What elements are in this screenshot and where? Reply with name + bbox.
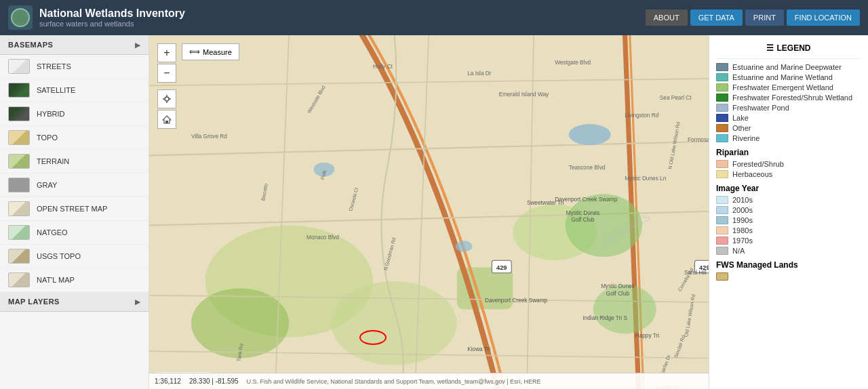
legend-label-2000s: 2000s	[732, 206, 753, 214]
legend-item-estuarine-wetland: Estuarine and Marine Wetland	[716, 73, 861, 81]
legend-item-1980s: 1980s	[716, 226, 861, 234]
legend-swatch-2010s	[716, 196, 728, 204]
legend-label-na: N/A	[732, 247, 745, 255]
maplayers-header[interactable]: MAP LAYERS ▶	[0, 292, 149, 312]
svg-text:Formosa Gardens Blvd: Formosa Gardens Blvd	[688, 137, 709, 143]
svg-text:Emerald Island Way: Emerald Island Way	[499, 91, 549, 98]
svg-text:La Isla Dr: La Isla Dr	[467, 70, 492, 77]
basemap-terrain[interactable]: TERRAIN	[0, 150, 149, 173]
map-status-bar: 1:36,112 28.330 | -81.595 U.S. Fish and …	[149, 373, 709, 389]
legend-item-riverine: Riverine	[716, 134, 861, 142]
basemap-label-topo: TOPO	[37, 134, 58, 142]
map-marker	[359, 330, 387, 345]
main-layout: BASEMAPS ▶ STREETS SATELLITE HYBRID TOPO…	[0, 35, 868, 389]
legend-item-fws	[716, 272, 861, 281]
svg-text:Davenport Creek Swamp: Davenport Creek Swamp	[555, 197, 618, 203]
legend-label-1990s: 1990s	[732, 216, 753, 224]
zoom-out-button[interactable]: −	[157, 64, 176, 83]
about-button[interactable]: ABOUT	[646, 9, 688, 26]
basemap-topo[interactable]: TOPO	[0, 126, 149, 150]
legend-item-riparian-forested: Forested/Shrub	[716, 160, 861, 168]
svg-text:Sea Pearl Ct: Sea Pearl Ct	[660, 95, 692, 101]
legend-label-freshwater-emergent: Freshwater Emergent Wetland	[732, 83, 833, 91]
map-scale: 1:36,112	[155, 377, 181, 385]
basemap-thumb-streets	[8, 59, 30, 74]
legend-swatch-na	[716, 247, 728, 255]
legend-riparian-title: Riparian	[716, 148, 861, 157]
basemaps-header[interactable]: BASEMAPS ▶	[0, 35, 149, 55]
find-location-button[interactable]: FIND LOCATION	[787, 9, 860, 26]
svg-text:429: 429	[496, 264, 507, 271]
map-controls: + −	[157, 43, 176, 129]
location-button[interactable]	[157, 89, 176, 108]
basemap-osm[interactable]: OPEN STREET MAP	[0, 197, 149, 221]
get-data-button[interactable]: GET DATA	[690, 9, 743, 26]
svg-text:Teascone Blvd: Teascone Blvd	[569, 165, 606, 171]
basemap-hybrid[interactable]: HYBRID	[0, 102, 149, 126]
basemap-thumb-satellite	[8, 83, 30, 98]
legend-swatch-riparian-herbaceous	[716, 170, 728, 178]
zoom-in-button[interactable]: +	[157, 43, 176, 62]
legend-header: ☰ LEGEND	[716, 41, 861, 59]
home-icon	[162, 115, 172, 124]
legend-label-riparian-herbaceous: Herbaceous	[732, 170, 772, 178]
legend-label-1970s: 1970s	[732, 237, 753, 245]
legend-swatch-1980s	[716, 226, 728, 234]
svg-text:Golf Club: Golf Club	[571, 217, 595, 223]
legend-swatch-estuarine-deepwater	[716, 63, 728, 71]
legend-item-estuarine-deepwater: Estuarine and Marine Deepwater	[716, 63, 861, 71]
basemap-natgeo[interactable]: NATGEO	[0, 221, 149, 245]
basemap-streets[interactable]: STREETS	[0, 55, 149, 79]
legend-swatch-estuarine-wetland	[716, 73, 728, 81]
legend-label-2010s: 2010s	[732, 196, 753, 204]
legend-list-icon: ☰	[766, 43, 774, 53]
svg-text:Kiowa Tri: Kiowa Tri	[467, 346, 490, 352]
basemap-usgstopo[interactable]: USGS TOPO	[0, 245, 149, 268]
legend-panel: ☰ LEGEND Estuarine and Marine Deepwater …	[709, 35, 868, 389]
legend-label-riparian-forested: Forested/Shrub	[732, 160, 784, 168]
basemap-thumb-osm	[8, 201, 30, 216]
legend-label-freshwater-forested: Freshwater Forested/Shrub Wetland	[732, 94, 852, 102]
basemap-satellite[interactable]: SATELLITE	[0, 79, 149, 102]
legend-label-lake: Lake	[732, 114, 749, 122]
map-coords: 28.330 | -81.595	[189, 377, 239, 385]
map-canvas: 429 429 Westgate Blvd Sea Pearl Ct Livin…	[149, 35, 709, 389]
app-logo	[8, 5, 33, 30]
legend-label-1980s: 1980s	[732, 226, 753, 234]
home-button[interactable]	[157, 110, 176, 129]
legend-label-freshwater-pond: Freshwater Pond	[732, 104, 789, 112]
basemap-thumb-natgeo	[8, 225, 30, 240]
legend-label-riverine: Riverine	[732, 134, 760, 142]
legend-title: LEGEND	[776, 43, 810, 53]
print-button[interactable]: PRINT	[745, 9, 784, 26]
basemap-thumb-terrain	[8, 154, 30, 169]
legend-swatch-2000s	[716, 206, 728, 214]
basemap-gray[interactable]: GRAY	[0, 173, 149, 197]
legend-swatch-riverine	[716, 134, 728, 142]
app-title: National Wetlands Inventory	[39, 7, 646, 20]
basemap-natmap[interactable]: NAT'L MAP	[0, 268, 149, 292]
svg-text:Holly Ct: Holly Ct	[373, 64, 393, 70]
legend-swatch-freshwater-pond	[716, 104, 728, 112]
legend-imageyear-title: Image Year	[716, 184, 861, 193]
legend-fws-title: FWS Managed Lands	[716, 260, 861, 270]
legend-item-2000s: 2000s	[716, 206, 861, 214]
legend-item-1970s: 1970s	[716, 237, 861, 245]
svg-text:Davenport Creek Swamp: Davenport Creek Swamp	[485, 298, 548, 304]
legend-swatch-other	[716, 124, 728, 132]
basemap-label-satellite: SATELLITE	[37, 86, 75, 94]
legend-swatch-fws	[716, 272, 728, 281]
sidebar: BASEMAPS ▶ STREETS SATELLITE HYBRID TOPO…	[0, 35, 149, 389]
legend-item-1990s: 1990s	[716, 216, 861, 224]
legend-item-na: N/A	[716, 247, 861, 255]
map-area[interactable]: 429 429 Westgate Blvd Sea Pearl Ct Livin…	[149, 35, 709, 389]
svg-text:Mystic Dunes Ln: Mystic Dunes Ln	[625, 176, 666, 182]
legend-label-other: Other	[732, 124, 751, 132]
svg-rect-57	[165, 121, 168, 123]
measure-button[interactable]: ⟺ Measure	[182, 43, 239, 60]
svg-point-6	[569, 124, 611, 145]
legend-swatch-lake	[716, 114, 728, 122]
app-header: National Wetlands Inventory surface wate…	[0, 0, 868, 35]
legend-item-freshwater-pond: Freshwater Pond	[716, 104, 861, 112]
basemaps-label: BASEMAPS	[8, 41, 53, 49]
